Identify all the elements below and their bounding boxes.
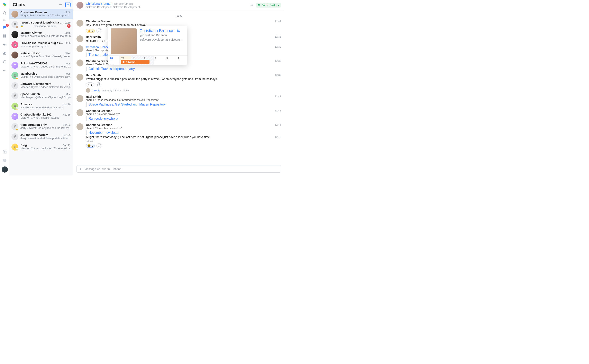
chat-item[interactable]: 🔒MembershipWedMuffin The Office Dog: joi…: [9, 70, 73, 81]
add-reaction-icon[interactable]: [96, 28, 102, 33]
add-contact-icon[interactable]: [176, 28, 180, 33]
chat-item[interactable]: ❝R-2: mb-i-KTORIO-1WedMaarten Clymer: ad…: [9, 60, 73, 70]
chat-avatar: [12, 11, 18, 18]
chat-title: Membership: [20, 72, 37, 75]
reaction[interactable]: 👍1: [86, 29, 95, 33]
chat-list-column: Chats Christiana Brennan12:48Alright, th…: [9, 0, 73, 176]
chat-time: Tue: [66, 83, 71, 85]
chat-item[interactable]: Christiana Brennan12:48Alright, that's i…: [9, 9, 73, 19]
chat-item[interactable]: 🔒BlogSep 23Maarten Clymer: published "Ti…: [9, 142, 73, 152]
chat-title: Maarten Clymer: [20, 31, 42, 34]
message-avatar[interactable]: [77, 109, 84, 116]
chats-icon[interactable]: 1: [2, 25, 7, 30]
message-composer[interactable]: [77, 165, 281, 173]
add-reaction-icon[interactable]: [96, 82, 101, 87]
svg-point-2: [6, 70, 6, 71]
add-icon[interactable]: [2, 149, 7, 154]
apps-icon[interactable]: [2, 33, 7, 39]
team-icon[interactable]: [2, 51, 7, 56]
reaction[interactable]: ＋1: [86, 82, 94, 87]
shared-link[interactable]: Run code anywhere: [89, 117, 118, 120]
calendar-day[interactable]: 4: [176, 56, 187, 65]
message-avatar[interactable]: [77, 35, 84, 42]
chat-item[interactable]: 🔒AbsenceNov 19Natalie Katson: updated an…: [9, 101, 73, 111]
attach-icon[interactable]: [79, 167, 82, 171]
chat-time: Wed: [66, 62, 71, 65]
message-author[interactable]: Christiana Brennan: [86, 46, 110, 49]
message-time: 12:44: [275, 123, 281, 126]
peer-avatar[interactable]: [77, 2, 84, 9]
conversation-column: Christiana Brennan last seen 8m ago Soft…: [73, 0, 284, 176]
subscribe-pill[interactable]: Subscribed ▾: [256, 3, 281, 7]
chat-preview: shared "Space Sync Status Weekly, Nove…: [20, 55, 71, 58]
me-avatar[interactable]: [2, 166, 8, 173]
message-avatar[interactable]: [77, 59, 84, 66]
thread-summary[interactable]: 1 replylast reply 28 Nov 12:39: [86, 88, 281, 93]
message-avatar[interactable]: [77, 123, 84, 130]
chat-item[interactable]: #Space LaunchMonMax Meyer: @Maarten Clym…: [9, 91, 73, 101]
chat-item[interactable]: #ask-the-transportersSep 23Jerry Jewwet:…: [9, 132, 73, 142]
shared-link[interactable]: November newsletter: [89, 131, 119, 134]
profile-photo[interactable]: [111, 28, 137, 54]
calendar-day[interactable]: 28: [108, 56, 120, 65]
message-avatar[interactable]: [77, 95, 84, 102]
search-icon[interactable]: [2, 11, 7, 16]
message-author[interactable]: Hadi Smith: [86, 35, 101, 39]
message-avatar[interactable]: [77, 20, 84, 26]
chat-title: Software Development: [20, 82, 51, 85]
message-time: 12:42: [275, 109, 281, 112]
chat-time: Mon: [66, 93, 71, 96]
chat-time: Wed: [66, 72, 71, 75]
calendar-event[interactable]: Vacation: [121, 60, 149, 64]
chat-item[interactable]: Natalie KatsonWedshared "Space Sync Stat…: [9, 50, 73, 60]
chat-item[interactable]: I would suggest to publish a p…12:39🔒Chr…: [9, 19, 73, 29]
message-avatar[interactable]: [77, 74, 84, 81]
profile-name[interactable]: Christiana Brennan: [139, 28, 175, 33]
message-list[interactable]: Today Christiana BrennanHey Hadi! Let's …: [73, 10, 284, 165]
chat-item[interactable]: #Software DevelopmentTueMaarten Clymer: …: [9, 81, 73, 91]
message: Christiana Brennanshared "Run code anywh…: [77, 108, 281, 122]
add-reaction-icon[interactable]: [96, 143, 102, 148]
message-author[interactable]: Hadi Smith: [86, 95, 101, 98]
message-avatar[interactable]: [77, 46, 84, 52]
announce-icon[interactable]: [2, 42, 7, 47]
chat-preview: Jerry Jewwet: added Transportation team…: [20, 136, 71, 140]
chat-title: I would suggest to publish a p…: [20, 21, 63, 24]
new-chat-button[interactable]: [65, 2, 71, 7]
shared-link[interactable]: Transportation t: [89, 53, 111, 56]
message: Hadi Smithshared "Space Packages. Get St…: [77, 94, 281, 108]
message-author[interactable]: Christiana Brennan: [86, 123, 112, 127]
chat-preview: Max Meyer: @Maarten Clymer Hey! Do yo…: [20, 96, 71, 99]
chat-title: R-2: mb-i-KTORIO-1: [20, 62, 47, 65]
composer-input[interactable]: [84, 167, 279, 170]
chat-preview: Maarten Clymer: added Software Develop…: [20, 85, 71, 89]
help-icon[interactable]: ?: [2, 158, 7, 163]
chat-item[interactable]: Maarten Clymer11:58We are having a meeti…: [9, 29, 73, 40]
svg-point-13: [97, 84, 100, 86]
shared-link[interactable]: Galactic Travels corporate party!: [89, 67, 136, 71]
chat-avatar: #: [12, 133, 18, 140]
message-author[interactable]: Hadi Smith: [86, 74, 101, 77]
calendar-day[interactable]: 3: [165, 56, 176, 65]
chat-item[interactable]: i-DMOP-16: Release a bug fix …11:56You: …: [9, 40, 73, 50]
chat-list-more-icon[interactable]: [58, 2, 63, 7]
chat-avatar: [12, 41, 18, 48]
shared-link[interactable]: Space Packages. Get Started with Maven R…: [89, 103, 166, 106]
chat-title: transportation-only: [20, 123, 47, 126]
app-logo[interactable]: [2, 2, 7, 7]
peer-last-seen: last seen 8m ago: [114, 2, 133, 5]
more-icon[interactable]: [2, 68, 7, 73]
message-author[interactable]: Christiana Brennan: [86, 109, 112, 112]
chat-list[interactable]: Christiana Brennan12:48Alright, that's i…: [9, 9, 73, 176]
package-icon[interactable]: [2, 59, 7, 64]
reaction[interactable]: 🤓1: [86, 144, 95, 148]
peer-name[interactable]: Christiana Brennan: [86, 2, 112, 5]
svg-rect-11: [14, 105, 16, 107]
conversation-more-icon[interactable]: •••: [248, 2, 254, 8]
chat-item[interactable]: #🔒transportation-onlySep 23Jerry Jewwet:…: [9, 122, 73, 132]
message-author[interactable]: Christiana Brennan: [86, 20, 112, 23]
chevron-down-icon[interactable]: ▾: [277, 4, 279, 7]
calendar-day[interactable]: 2: [154, 56, 165, 65]
chat-time: 11:58: [65, 32, 71, 34]
chat-item[interactable]: ❝ChatApplication.kt:162Nov 15Maarten Cly…: [9, 111, 73, 122]
